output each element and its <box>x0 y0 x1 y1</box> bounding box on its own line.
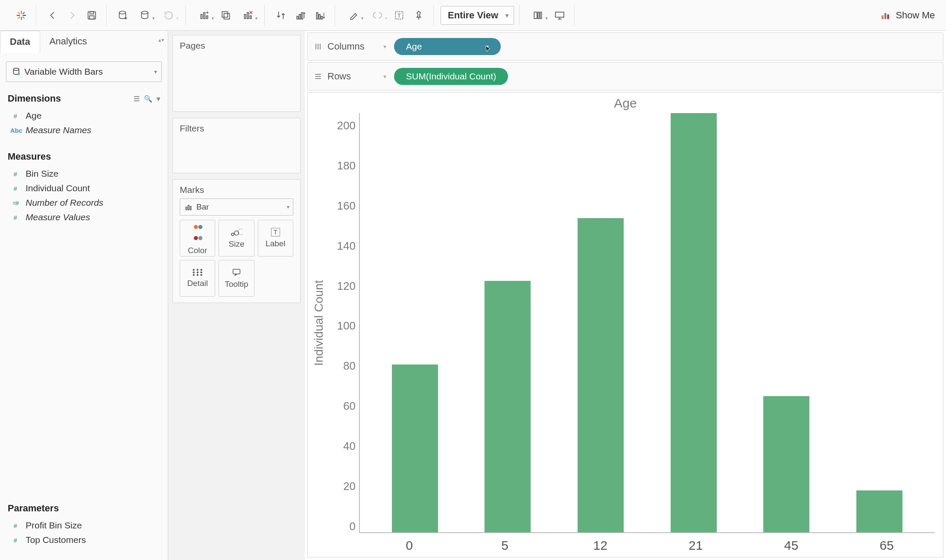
marks-tooltip[interactable]: Tooltip <box>219 260 254 297</box>
show-me-button[interactable]: Show Me <box>876 10 939 21</box>
rows-shelf[interactable]: Rows▾ SUM(Individual Count) <box>307 62 943 90</box>
marks-color[interactable]: ●●●●Color <box>180 220 215 257</box>
svg-rect-24 <box>250 16 251 19</box>
bar[interactable] <box>763 396 809 532</box>
tab-data[interactable]: Data <box>0 31 40 53</box>
field-label: Age <box>26 111 41 121</box>
svg-rect-43 <box>885 13 886 19</box>
rows-icon <box>314 72 322 81</box>
svg-rect-31 <box>319 14 320 19</box>
y-tick: 120 <box>337 280 356 293</box>
bar[interactable] <box>578 218 624 533</box>
presentation-icon[interactable] <box>550 6 569 25</box>
filters-label: Filters <box>180 123 293 134</box>
svg-line-7 <box>18 17 20 18</box>
color-icon: ●●●● <box>193 221 202 243</box>
rows-pill-individual-count[interactable]: SUM(Individual Count) <box>394 68 508 85</box>
dimension-field[interactable]: AbcMeasure Names <box>0 123 168 137</box>
bar[interactable] <box>485 281 531 532</box>
bar[interactable] <box>392 365 438 532</box>
measure-field[interactable]: =#Number of Records <box>0 195 168 210</box>
svg-rect-29 <box>301 12 303 19</box>
dimension-field[interactable]: #Age <box>0 108 168 123</box>
measure-field[interactable]: #Bin Size <box>0 166 168 181</box>
bar[interactable] <box>671 113 717 532</box>
x-tick: 12 <box>577 538 623 553</box>
cards-column: Pages Filters Marks Bar ●●●●Color Size T… <box>168 31 305 560</box>
svg-rect-49 <box>190 206 191 210</box>
clear-sheet-icon[interactable]: ▾ <box>236 6 259 25</box>
abc-icon: Abc <box>10 127 20 134</box>
group-icon[interactable]: ▾ <box>366 6 389 25</box>
parameter-field[interactable]: #Profit Bin Size <box>0 518 168 533</box>
duplicate-sheet-icon[interactable] <box>216 6 235 25</box>
svg-rect-9 <box>90 12 94 14</box>
swap-icon[interactable] <box>272 6 290 25</box>
svg-rect-28 <box>299 14 301 19</box>
marks-size[interactable]: Size <box>219 220 254 257</box>
svg-rect-32 <box>321 16 322 19</box>
datasource-select[interactable]: Variable Width Bars ▾ <box>6 61 162 82</box>
list-view-icon[interactable]: ☰ <box>134 95 140 103</box>
field-label: Top Customers <box>26 535 86 545</box>
y-tick: 40 <box>343 440 356 453</box>
field-label: Measure Values <box>26 212 90 222</box>
data-pane: Data Analytics▴▾ Variable Width Bars ▾ D… <box>0 31 168 560</box>
plot-area[interactable] <box>359 113 934 533</box>
back-icon[interactable] <box>43 6 62 25</box>
measure-field[interactable]: #Individual Count <box>0 181 168 195</box>
size-icon <box>230 228 243 237</box>
pause-data-icon[interactable]: ▾ <box>133 6 156 25</box>
sort-asc-icon[interactable] <box>291 6 310 25</box>
highlight-icon[interactable]: ▾ <box>342 6 365 25</box>
mark-type-select[interactable]: Bar <box>180 198 293 216</box>
fields-menu-icon[interactable]: ▾ <box>157 95 160 103</box>
pages-shelf[interactable]: Pages <box>172 35 301 112</box>
y-tick: 160 <box>337 199 356 213</box>
rows-label: Rows <box>327 71 351 82</box>
show-me-label: Show Me <box>896 10 935 21</box>
search-fields-icon[interactable]: 🔍 <box>144 95 152 103</box>
y-tick: 180 <box>337 159 356 172</box>
y-axis-ticks: 200180160140120100806040200 <box>327 113 359 533</box>
x-tick: 65 <box>864 538 910 553</box>
svg-rect-39 <box>555 12 564 17</box>
fit-view-label: Entire View <box>448 10 498 21</box>
x-tick: 0 <box>386 538 432 553</box>
dimensions-header: Dimensions ☰ 🔍 ▾ <box>0 87 168 108</box>
svg-line-5 <box>23 17 24 18</box>
new-worksheet-icon[interactable]: ▾ <box>193 6 216 25</box>
tab-analytics[interactable]: Analytics▴▾ <box>40 31 168 53</box>
y-tick: 140 <box>337 239 356 253</box>
pages-label: Pages <box>180 41 293 51</box>
svg-rect-16 <box>204 12 205 18</box>
y-tick: 20 <box>343 480 356 493</box>
pin-icon[interactable] <box>409 6 428 25</box>
y-axis-label[interactable]: Individual Count <box>310 113 327 533</box>
svg-rect-15 <box>201 14 202 18</box>
text-label-icon[interactable]: T <box>390 6 409 25</box>
y-tick: 200 <box>337 119 356 132</box>
hash-icon: # <box>10 522 20 529</box>
field-label: Bin Size <box>26 169 58 179</box>
new-datasource-icon[interactable] <box>114 6 132 25</box>
columns-pill-age[interactable]: Age▾ <box>394 38 501 55</box>
chart-title[interactable]: Age <box>308 96 943 111</box>
refresh-data-icon[interactable]: ▾ <box>157 6 180 25</box>
svg-rect-10 <box>90 16 94 19</box>
svg-point-45 <box>14 68 19 71</box>
sort-desc-icon[interactable] <box>311 6 330 25</box>
marks-detail[interactable]: ● ● ●● ● ●● ● ●Detail <box>180 260 215 297</box>
measure-field[interactable]: #Measure Values <box>0 210 168 225</box>
filters-shelf[interactable]: Filters <box>172 118 301 173</box>
tableau-logo-icon[interactable] <box>12 6 31 25</box>
save-icon[interactable] <box>82 6 101 25</box>
fit-view-select[interactable]: Entire View <box>441 6 514 25</box>
columns-shelf[interactable]: Columns▾ Age▾ <box>307 32 943 61</box>
field-label: Individual Count <box>26 183 90 193</box>
parameter-field[interactable]: #Top Customers <box>0 533 168 547</box>
datasource-icon <box>12 67 21 76</box>
show-cards-icon[interactable]: ▾ <box>526 6 549 25</box>
marks-label[interactable]: TLabel <box>258 220 293 257</box>
bar[interactable] <box>856 490 902 532</box>
